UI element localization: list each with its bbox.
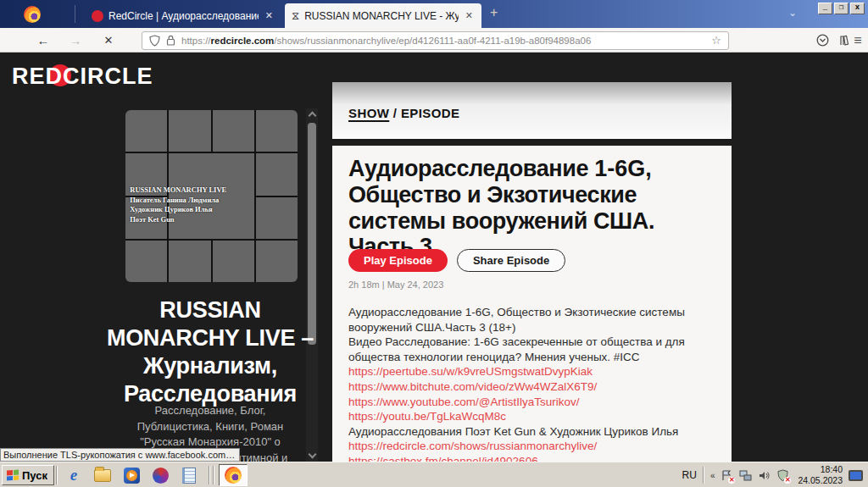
- screen: RedCircle | Аудиорасследование ✕ ⧖ RUSSI…: [0, 0, 868, 487]
- internet-explorer-icon[interactable]: e: [61, 465, 86, 485]
- tray-time: 18:40: [798, 464, 843, 475]
- cover-tile: [213, 110, 254, 152]
- lock-icon: [166, 35, 175, 46]
- system-tray: RU « ✕ ✕ 18:40 24.05.2023: [679, 464, 866, 486]
- breadcrumb: SHOW / EPISODE: [348, 106, 459, 120]
- tab-label: RUSSIAN MONARCHY LIVE - Журн: [304, 10, 459, 22]
- divider: [213, 466, 214, 484]
- tab-close-icon[interactable]: ✕: [464, 10, 475, 21]
- back-button[interactable]: ←: [32, 28, 54, 53]
- minimize-button[interactable]: _: [818, 3, 832, 14]
- display-tray-icon[interactable]: [849, 470, 863, 481]
- restore-button[interactable]: ❐: [834, 3, 849, 14]
- episode-title: Аудиорасследование 1-6G, Общество и Экзо…: [348, 156, 721, 260]
- cover-tile-center: RUSSIAN MONARCHY LIVE Писатель Ганина Лю…: [169, 153, 254, 239]
- breadcrumb-show-link[interactable]: SHOW: [348, 106, 389, 120]
- description-text: Аудиорасследование 1-6G, Общество и Экзо…: [348, 305, 726, 335]
- scroll-down-icon[interactable]: [309, 452, 314, 458]
- shield-icon: [149, 35, 160, 47]
- logo-text-red: RED: [12, 64, 63, 89]
- close-button[interactable]: x: [850, 3, 865, 14]
- episode-meta: 2h 18m | May 24, 2023: [348, 279, 443, 290]
- window-controls: _ ❐ x: [818, 3, 865, 14]
- play-episode-button[interactable]: Play Episode: [348, 249, 448, 272]
- youtube-channel-link[interactable]: https://www.youtube.com/@ArtistIlyaTsuri…: [348, 395, 726, 410]
- network-icon[interactable]: [739, 469, 752, 482]
- cover-tile: [213, 241, 254, 282]
- scroll-up-icon[interactable]: [309, 112, 314, 118]
- divider: [703, 467, 704, 484]
- url-text: https://redcircle.com/shows/russianmonar…: [181, 36, 705, 46]
- list-all-tabs-icon[interactable]: ⌄: [788, 7, 797, 19]
- cover-caption: RUSSIAN MONARCHY LIVE Писатель Ганина Лю…: [125, 185, 298, 224]
- pocket-icon[interactable]: [812, 28, 832, 53]
- firefox-icon: [225, 467, 242, 484]
- episode-description: Аудиорасследование 1-6G, Общество и Экзо…: [348, 305, 726, 462]
- security-alert-icon[interactable]: ✕: [776, 469, 789, 482]
- taskbar: Пуск e RU « ✕: [0, 462, 868, 487]
- redcircle-logo[interactable]: REDCIRCLE: [12, 64, 153, 90]
- sidebar-scrollbar[interactable]: [306, 108, 318, 462]
- page-content: REDCIRCLE RUSSIAN MONARCHY LIVE Писатель…: [0, 53, 868, 462]
- tab-close-icon[interactable]: ✕: [264, 10, 275, 21]
- tab-label: RedCircle | Аудиорасследование: [108, 10, 259, 22]
- tab-redcircle[interactable]: RedCircle | Аудиорасследование ✕: [85, 3, 281, 28]
- start-label: Пуск: [22, 469, 47, 482]
- browser-swirl-icon[interactable]: [147, 465, 173, 485]
- firefox-task-button[interactable]: [219, 464, 248, 486]
- episode-card: Аудиорасследование 1-6G, Общество и Экзо…: [332, 146, 732, 462]
- description-text: Аудиорасследования Поэт Ket Gun & Художн…: [348, 424, 726, 440]
- firefox-logo-icon: [24, 6, 41, 23]
- tray-date: 24.05.2023: [798, 475, 843, 486]
- loading-hourglass-icon: ⧖: [292, 10, 299, 21]
- cover-tile: [169, 241, 210, 282]
- youtube-video-link[interactable]: https://youtu.be/TgLkaWcqM8c: [348, 409, 726, 424]
- peertube-link[interactable]: https://peertube.su/w/k9vreUSmgstwatDvyp…: [348, 364, 726, 379]
- tab-russian-monarchy-live[interactable]: ⧖ RUSSIAN MONARCHY LIVE - Журн ✕: [285, 3, 481, 28]
- breadcrumb-episode: EPISODE: [401, 106, 460, 120]
- divider: [75, 5, 75, 23]
- stop-button[interactable]: ✕: [97, 28, 120, 53]
- windows-logo-icon: [7, 470, 19, 481]
- status-tooltip: Выполнение TLS-рукопожатия с www.faceboo…: [0, 448, 240, 462]
- breadcrumb-card: SHOW / EPISODE: [332, 82, 732, 141]
- security-flag-icon[interactable]: ✕: [721, 469, 733, 482]
- share-episode-button[interactable]: Share Episode: [457, 249, 565, 272]
- castbox-link[interactable]: https://castbox.fm/channel/id4902606: [348, 454, 726, 462]
- show-cover-art[interactable]: RUSSIAN MONARCHY LIVE Писатель Ганина Лю…: [125, 110, 298, 282]
- clock[interactable]: 18:40 24.05.2023: [795, 464, 843, 486]
- volume-icon[interactable]: [758, 469, 771, 482]
- language-indicator[interactable]: RU: [682, 469, 697, 481]
- redcircle-show-link[interactable]: https://redcircle.com/shows/russianmonar…: [348, 439, 726, 454]
- redcircle-favicon-icon: [92, 10, 103, 22]
- episode-actions: Play Episode Share Episode: [348, 249, 565, 272]
- divider: [56, 466, 58, 484]
- cover-tile: [256, 241, 298, 282]
- logo-text-circle: CIRCLE: [63, 64, 153, 89]
- new-tab-button[interactable]: +: [490, 5, 498, 20]
- address-bar[interactable]: https://redcircle.com/shows/russianmonar…: [142, 31, 729, 50]
- cover-tile: [125, 110, 167, 152]
- notepad-icon[interactable]: [176, 465, 202, 485]
- cover-tile: [169, 110, 210, 152]
- cover-tile: [256, 110, 298, 152]
- browser-titlebar: RedCircle | Аудиорасследование ✕ ⧖ RUSSI…: [0, 0, 868, 28]
- bookmark-star-icon[interactable]: ☆: [711, 34, 721, 47]
- divider: [209, 466, 210, 484]
- start-button[interactable]: Пуск: [2, 465, 54, 485]
- cover-tile: [125, 241, 167, 282]
- file-explorer-icon[interactable]: [90, 465, 115, 485]
- breadcrumb-separator: /: [389, 106, 401, 120]
- hamburger-menu-icon[interactable]: ≡: [848, 28, 868, 53]
- browser-toolbar: ← → ✕ https://redcircle.com/shows/russia…: [0, 28, 868, 53]
- description-text: Видео Расследование: 1-6G засекреченные …: [348, 335, 726, 364]
- bitchute-link[interactable]: https://www.bitchute.com/video/zWw4WZalX…: [348, 379, 726, 395]
- media-player-icon[interactable]: [119, 465, 144, 485]
- forward-button[interactable]: →: [64, 28, 86, 53]
- show-title: RUSSIAN MONARCHY LIVE – Журнализм, Рассл…: [100, 296, 320, 408]
- hide-icons-chevron[interactable]: «: [710, 471, 715, 480]
